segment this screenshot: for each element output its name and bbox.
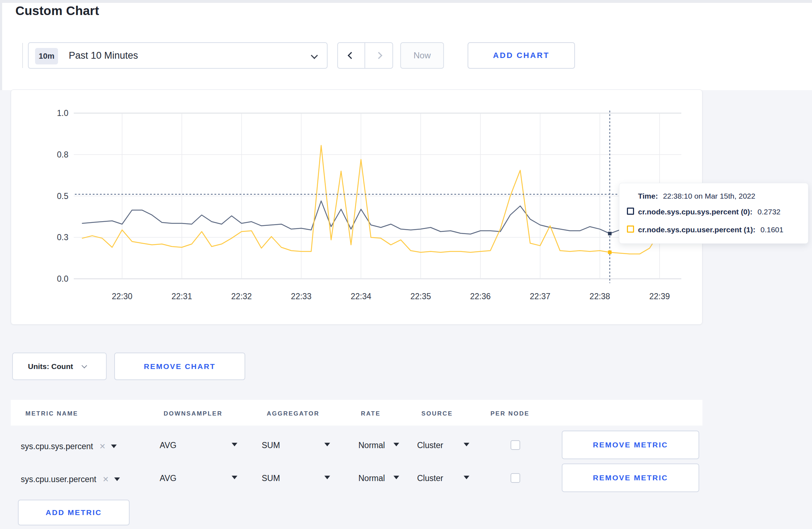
tooltip-series-label: cr.node.sys.cpu.sys.percent (0): <box>638 208 753 216</box>
close-icon[interactable]: × <box>100 441 105 452</box>
source-select[interactable]: Cluster <box>417 474 443 483</box>
time-range-selector[interactable]: 10m Past 10 Minutes <box>28 42 328 69</box>
hover-point-marker <box>608 251 612 254</box>
downsampler-select[interactable]: AVG <box>160 474 177 483</box>
column-header-aggregator: AGGREGATOR <box>267 410 319 417</box>
x-axis-tick-label: 22:34 <box>351 292 371 301</box>
tooltip-series-label: cr.node.sys.cpu.user.percent (1): <box>638 225 755 234</box>
time-nav-group <box>337 42 393 69</box>
chart-plot[interactable]: 0.00.30.50.81.022:3022:3122:3222:3322:34… <box>11 90 703 325</box>
y-axis-tick-label: 0.8 <box>57 150 68 159</box>
units-label: Units: Count <box>28 362 73 371</box>
series-line <box>82 145 680 254</box>
column-header-source: SOURCE <box>421 410 453 417</box>
column-header-per-node: PER NODE <box>490 410 530 417</box>
x-axis-tick-label: 22:33 <box>291 292 312 301</box>
caret-down-icon[interactable] <box>464 443 469 446</box>
units-selector[interactable]: Units: Count <box>12 353 107 380</box>
chart-tooltip: Time:22:38:10 on Mar 15th, 2022 cr.node.… <box>619 183 808 244</box>
x-axis-tick-label: 22:35 <box>410 292 431 301</box>
tooltip-series-row: cr.node.sys.cpu.sys.percent (0):0.2732 <box>638 208 780 216</box>
column-header-downsampler: DOWNSAMPLER <box>164 410 222 417</box>
x-axis-tick-label: 22:39 <box>649 292 670 301</box>
caret-down-icon[interactable] <box>393 443 399 446</box>
caret-down-icon[interactable] <box>464 476 469 479</box>
chart-card: 0.00.30.50.81.022:3022:3122:3222:3322:34… <box>11 89 702 325</box>
add-chart-button[interactable]: ADD CHART <box>468 42 575 69</box>
remove-metric-button[interactable]: REMOVE METRIC <box>562 464 699 492</box>
metric-name-value: sys.cpu.user.percent <box>21 475 96 484</box>
x-axis-tick-label: 22:36 <box>470 292 491 301</box>
prev-time-button[interactable] <box>338 43 365 68</box>
caret-down-icon <box>114 477 120 481</box>
rate-select[interactable]: Normal <box>358 441 385 450</box>
time-range-badge: 10m <box>35 48 58 64</box>
caret-down-icon[interactable] <box>324 443 330 446</box>
caret-down-icon[interactable] <box>232 443 237 446</box>
tooltip-time-value: 22:38:10 on Mar 15th, 2022 <box>663 192 755 200</box>
remove-chart-button[interactable]: REMOVE CHART <box>114 353 245 380</box>
hover-point-marker <box>608 232 612 236</box>
chevron-down-icon <box>311 52 318 59</box>
column-header-rate: RATE <box>361 410 381 417</box>
caret-down-icon <box>111 445 117 448</box>
chevron-right-icon <box>375 52 382 59</box>
toolbar-divider <box>22 43 23 68</box>
tooltip-time-row: Time:22:38:10 on Mar 15th, 2022 <box>638 192 755 200</box>
metric-name-select[interactable]: sys.cpu.sys.percent × <box>21 441 117 452</box>
remove-metric-button[interactable]: REMOVE METRIC <box>562 431 699 459</box>
source-select[interactable]: Cluster <box>417 441 443 450</box>
tooltip-series-value: 0.1601 <box>760 225 783 234</box>
close-icon[interactable]: × <box>103 474 108 485</box>
per-node-checkbox[interactable] <box>511 473 520 483</box>
metric-name-select[interactable]: sys.cpu.user.percent × <box>21 474 120 485</box>
next-time-button[interactable] <box>365 43 392 68</box>
tooltip-series-value: 0.2732 <box>758 208 780 216</box>
rate-select[interactable]: Normal <box>358 474 385 483</box>
aggregator-select[interactable]: SUM <box>262 474 280 483</box>
x-axis-tick-label: 22:37 <box>530 292 551 301</box>
x-axis-tick-label: 22:32 <box>231 292 252 301</box>
y-axis-tick-label: 1.0 <box>57 108 68 118</box>
per-node-checkbox[interactable] <box>511 440 520 450</box>
metric-name-value: sys.cpu.sys.percent <box>21 442 93 451</box>
y-axis-tick-label: 0.5 <box>57 191 68 201</box>
now-button[interactable]: Now <box>400 42 444 69</box>
page-title: Custom Chart <box>15 4 99 18</box>
chevron-left-icon <box>348 52 355 59</box>
legend-swatch-icon <box>627 208 634 215</box>
add-metric-button[interactable]: ADD METRIC <box>18 500 130 525</box>
tooltip-series-row: cr.node.sys.cpu.user.percent (1):0.1601 <box>638 225 783 234</box>
series-line <box>82 201 680 234</box>
metrics-table-header <box>11 400 702 426</box>
caret-down-icon[interactable] <box>232 476 237 479</box>
time-range-label: Past 10 Minutes <box>69 50 138 61</box>
y-axis-tick-label: 0.0 <box>57 274 68 283</box>
column-header-metric-name: METRIC NAME <box>25 410 78 417</box>
tooltip-time-label: Time: <box>638 192 658 200</box>
chevron-down-icon <box>82 363 87 369</box>
aggregator-select[interactable]: SUM <box>262 441 280 450</box>
caret-down-icon[interactable] <box>393 476 399 479</box>
legend-swatch-icon <box>627 225 634 233</box>
x-axis-tick-label: 22:30 <box>112 292 132 301</box>
x-axis-tick-label: 22:38 <box>590 292 610 301</box>
downsampler-select[interactable]: AVG <box>160 441 177 450</box>
caret-down-icon[interactable] <box>324 476 330 479</box>
y-axis-tick-label: 0.3 <box>57 233 68 242</box>
window-top-edge <box>0 0 812 3</box>
x-axis-tick-label: 22:31 <box>171 292 192 301</box>
